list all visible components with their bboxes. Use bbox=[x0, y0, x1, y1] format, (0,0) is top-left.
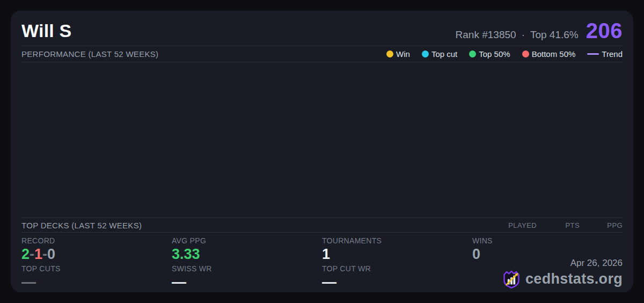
performance-chart-empty bbox=[21, 62, 623, 218]
stat-label: TOP CUT WR bbox=[322, 264, 472, 273]
card-header: Will S Rank #13850 · Top 41.6% 206 bbox=[21, 11, 623, 46]
generated-date: Apr 26, 2026 bbox=[502, 258, 623, 269]
top-cut-wr-value: — bbox=[322, 275, 472, 290]
stat-swiss-wr: SWISS WR — bbox=[172, 264, 322, 292]
legend-item-win: Win bbox=[386, 49, 410, 59]
rank-separator: · bbox=[522, 29, 525, 41]
stat-label: TOURNAMENTS bbox=[322, 236, 472, 245]
record-sep: - bbox=[30, 246, 34, 262]
bottom50-dot-icon bbox=[522, 50, 529, 57]
trend-line-icon bbox=[587, 53, 599, 55]
swiss-wr-value: — bbox=[172, 275, 322, 290]
legend-item-trend: Trend bbox=[587, 49, 623, 59]
card-footer: Apr 26, 2026 cedhstats.org bbox=[502, 258, 623, 289]
legend-label: Top 50% bbox=[479, 49, 510, 59]
rank-label: Rank #13850 bbox=[456, 29, 516, 41]
legend-label: Top cut bbox=[431, 49, 457, 59]
performance-header: PERFORMANCE (LAST 52 WEEKS) Win Top cut … bbox=[21, 46, 623, 62]
record-draws: 0 bbox=[47, 246, 55, 262]
rank-summary: Rank #13850 · Top 41.6% 206 bbox=[456, 19, 623, 43]
legend-item-bottom50: Bottom 50% bbox=[522, 49, 576, 59]
stat-avg-ppg: AVG PPG 3.33 bbox=[172, 236, 322, 264]
brand-row: cedhstats.org bbox=[502, 269, 623, 289]
legend-label: Trend bbox=[602, 49, 623, 59]
rank-text: Rank #13850 · Top 41.6% bbox=[456, 29, 579, 41]
top50-dot-icon bbox=[469, 50, 476, 57]
avg-ppg-value: 3.33 bbox=[172, 247, 322, 262]
record-sep: - bbox=[42, 246, 47, 262]
deck-table-columns: PLAYED PTS PPG bbox=[494, 221, 623, 229]
top-cuts-value: — bbox=[21, 275, 172, 290]
top-decks-header: TOP DECKS (LAST 52 WEEKS) PLAYED PTS PPG bbox=[21, 218, 623, 232]
player-stats-card: Will S Rank #13850 · Top 41.6% 206 PERFO… bbox=[11, 11, 633, 292]
stat-tournaments: TOURNAMENTS 1 bbox=[322, 236, 472, 264]
stat-label: AVG PPG bbox=[172, 236, 322, 245]
record-losses: 1 bbox=[34, 246, 42, 262]
legend-label: Win bbox=[396, 49, 410, 59]
performance-title: PERFORMANCE (LAST 52 WEEKS) bbox=[21, 49, 158, 59]
stat-record: RECORD 2-1-0 bbox=[21, 236, 172, 264]
legend-label: Bottom 50% bbox=[532, 49, 576, 59]
cedhstats-logo-icon bbox=[502, 269, 521, 289]
record-wins: 2 bbox=[21, 246, 30, 262]
stat-label: RECORD bbox=[21, 236, 172, 245]
record-value: 2-1-0 bbox=[21, 247, 172, 262]
legend-item-top50: Top 50% bbox=[469, 49, 510, 59]
stat-label: WINS bbox=[472, 236, 623, 245]
stat-label: SWISS WR bbox=[172, 264, 322, 273]
tournaments-value: 1 bbox=[322, 247, 472, 262]
stat-top-cuts: TOP CUTS — bbox=[21, 264, 172, 292]
column-pts: PTS bbox=[537, 221, 580, 229]
column-played: PLAYED bbox=[494, 221, 537, 229]
elo-score: 206 bbox=[586, 19, 623, 43]
top-cut-dot-icon bbox=[422, 50, 429, 57]
top-decks-title: TOP DECKS (LAST 52 WEEKS) bbox=[21, 221, 142, 230]
stat-top-cut-wr: TOP CUT WR — bbox=[322, 264, 472, 292]
page-title: Will S bbox=[21, 20, 71, 41]
legend-item-top-cut: Top cut bbox=[422, 49, 457, 59]
chart-legend: Win Top cut Top 50% Bottom 50% Trend bbox=[386, 49, 623, 59]
column-ppg: PPG bbox=[580, 221, 623, 229]
top-percent-label: Top 41.6% bbox=[530, 29, 579, 41]
win-dot-icon bbox=[386, 50, 393, 57]
stat-label: TOP CUTS bbox=[21, 264, 172, 273]
site-name: cedhstats.org bbox=[525, 271, 623, 287]
